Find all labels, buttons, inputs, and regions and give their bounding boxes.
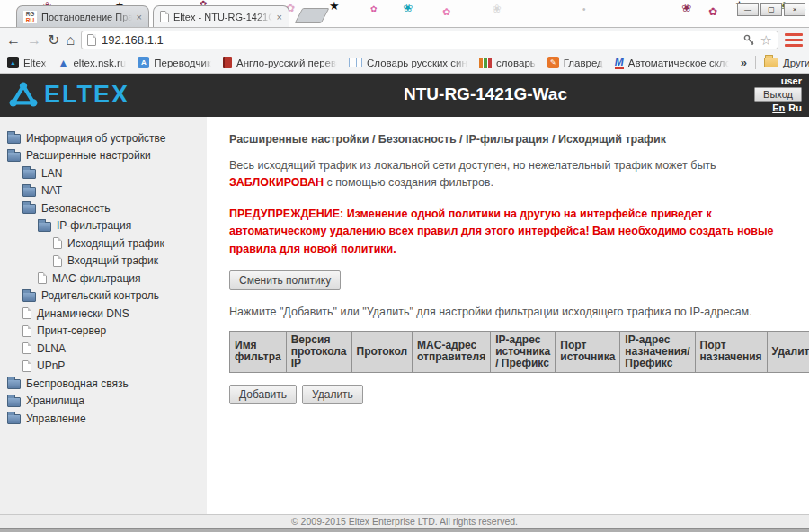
delete-button[interactable]: Удалить [302,385,363,404]
reload-icon[interactable]: ↻ [48,33,59,48]
translate-icon: A [138,57,149,68]
bookmarks-overflow-icon[interactable]: » [741,56,747,69]
wallpaper-flower-icon: ★ [329,0,340,12]
sidebar-item[interactable]: Входящий трафик [0,253,207,270]
bookmark-star-icon[interactable]: ☆ [760,32,772,49]
change-policy-button[interactable]: Сменить политику [229,270,341,290]
other-bookmarks-button[interactable]: Другие закладки [764,58,809,68]
table-header-cell: IP-адрес источника / Префикс [491,331,556,372]
table-header-row: Имя фильтраВерсия протокола IPПротоколMA… [230,331,809,372]
minimize-button-icon[interactable]: — [737,3,759,16]
tab-close-icon[interactable]: × [137,12,142,22]
table-header-cell: IP-адрес назначения/ Префикс [620,331,695,372]
bookmark-item[interactable]: MАвтоматическое склон [615,57,729,69]
bookmarks-bar: ▲Eltex▲eltex.nsk.ruAПереводчикАнгло-русс… [0,52,809,74]
table-header-cell: Порт назначения [695,331,767,372]
folder-icon [764,58,778,67]
intro-text: Весь исходящий трафик из локальной сети … [229,157,779,192]
sidebar-item[interactable]: Управление [0,410,207,428]
bookmark-item[interactable]: Англо-русский перево [223,57,337,68]
wallpaper-flower-icon: ❀ [403,2,413,13]
sidebar-item[interactable]: DLNA [0,340,207,358]
maximize-button-icon[interactable]: ▢ [760,3,782,16]
eltex-logo-text: ELTEX [44,83,129,107]
sidebar-item-label: Беспроводная связь [26,377,129,390]
lang-ru-current[interactable]: Ru [788,102,802,113]
eltex-logo-icon [9,81,38,108]
wallpaper-flower-icon: ✿ [708,6,717,17]
forward-icon[interactable]: → [27,33,41,48]
browser-tab-1[interactable]: RGRU Постановление Правитель × [16,5,149,27]
url-text[interactable]: 192.168.1.1 [102,33,737,47]
breadcrumb: Расширенные настройки / Безопасность / I… [229,133,809,146]
eltex-dark-icon: ▲ [7,57,19,68]
home-icon[interactable]: ⌂ [66,33,75,48]
copyright-footer: © 2009-2015 Eltex Enterprise LTD. All ri… [0,514,809,528]
table-header-cell: Имя фильтра [230,331,287,372]
sidebar-item[interactable]: LAN [0,164,207,182]
sidebar-item[interactable]: Исходящий трафик [0,235,207,253]
folder-icon [7,414,21,424]
browser-tab-2-active[interactable]: Eltex - NTU-RG-1421G-Wac × [153,5,289,27]
wallpaper-flower-icon: ❀ [681,2,691,13]
sidebar-item[interactable]: Расширенные настройки [0,147,207,165]
sidebar-item[interactable]: Родительский контроль [0,288,207,306]
tab-title: Постановление Правитель [41,12,132,22]
bookmark-label: Переводчик [154,58,211,68]
folder-icon [38,222,51,232]
table-header-cell: Версия протокола IP [286,331,351,372]
sidebar-item[interactable]: MAC-фильтрация [0,270,207,288]
sidebar-item-label: Информация об устройстве [26,132,166,145]
bookmark-item[interactable]: ▲eltex.nsk.ru [58,57,127,69]
sidebar-item[interactable]: UPnP [0,358,207,376]
intro-highlight: ЗАБЛОКИРОВАН [229,176,324,189]
sidebar-item-label: LAN [41,167,62,180]
logout-button[interactable]: Выход [754,87,802,102]
bookmark-item[interactable]: AПереводчик [138,57,211,68]
bookmark-item[interactable]: ▲Eltex [7,57,47,68]
sidebar-item[interactable]: IP-фильтрация [0,217,207,235]
sidebar-item-label: MAC-фильтрация [52,272,140,285]
sidebar-item[interactable]: Динамически DNS [0,305,207,323]
bookmark-item[interactable]: словарь [479,58,536,68]
glavred-icon: ✎ [547,57,559,68]
sidebar-item-label: Принт-сервер [37,324,106,337]
close-button-icon[interactable]: × [784,3,805,16]
window-edge [0,528,809,532]
sidebar-item[interactable]: Принт-сервер [0,323,207,341]
table-header-cell: MAC-адрес отправителя [413,331,491,372]
main-panel: Расширенные настройки / Безопасность / I… [207,117,809,514]
bookmark-item[interactable]: Словарь русских сино [349,58,467,68]
sidebar-item[interactable]: Безопасность [0,200,207,217]
bookmark-label: Англо-русский перево [236,58,337,68]
back-icon[interactable]: ← [6,33,21,48]
address-bar[interactable]: 192.168.1.1 ☆ [81,31,778,49]
key-icon[interactable] [743,34,755,46]
device-title: NTU-RG-1421G-Wac [404,84,567,104]
bookmarks-list: ▲Eltex▲eltex.nsk.ruAПереводчикАнгло-русс… [7,57,729,69]
page-favicon-icon [160,11,169,22]
bookmark-item[interactable]: ✎Главред [547,57,603,68]
sidebar-item[interactable]: Информация об устройстве [0,129,207,147]
warning-text: ПРЕДУПРЕЖДЕНИЕ: Изменение одной политики… [229,206,787,258]
add-button[interactable]: Добавить [229,385,297,404]
folder-icon [7,379,21,389]
sidebar-item[interactable]: Беспроводная связь [0,375,207,393]
bookmark-label: eltex.nsk.ru [73,58,126,68]
wallpaper-flower-icon: ✿ [442,7,450,17]
wallpaper-flower-icon: • [582,5,586,14]
eltex-logo: ELTEX [9,81,129,108]
sidebar-item[interactable]: NAT [0,182,207,200]
sidebar-item-label: Входящий трафик [67,254,158,267]
sidebar-item-label: IP-фильтрация [57,219,131,232]
window-controls: — ▢ × [737,3,805,16]
tab-close-icon[interactable]: × [277,12,282,22]
sidebar-item-label: Динамически DNS [37,307,129,320]
sidebar-item[interactable]: Хранилища [0,393,207,411]
router-web-ui: ELTEX NTU-RG-1421G-Wac user Выход EnRu И… [0,74,809,532]
lang-en-link[interactable]: En [772,102,785,113]
chrome-menu-icon[interactable] [785,33,803,47]
other-bookmarks-label: Другие закладки [783,58,809,68]
divider [755,56,756,69]
wallpaper-flower-icon: ✿ [370,5,378,13]
